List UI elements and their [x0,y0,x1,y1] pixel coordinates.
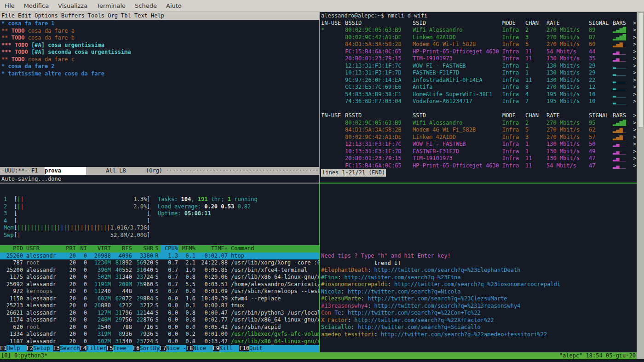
wifi-row: 12:13:31:F3:1F:7CWOW FI - FASTWEBInfra11… [321,63,637,70]
fkey-f4[interactable]: F4Filter [80,345,106,352]
org-line: *** TODO [#A] cosa urgentissima [0,42,319,49]
emacs-pane[interactable]: File Edit Options Buffers Tools Org Tbl … [0,12,319,183]
wifi-row: 12:13:31:F3:1F:7CWOW FI - FASTWEBInfra11… [321,141,637,148]
process-row[interactable]: 1187alessandr200502M3134023724S0.00.80:1… [0,338,319,345]
fkey-f1[interactable]: F1Help [0,345,27,352]
process-row[interactable]: 1150alessandr200602M6207229884S0.01.610:… [0,295,319,303]
trend-title: trend IT [321,260,637,267]
emacs-minibuffer: Auto-saving...done [0,176,61,183]
org-line: ** TODO cosa da fare c [0,56,319,63]
wifi-table-header: IN-USEBSSIDSSIDMODECHANRATESIGNALBARS> [321,112,637,120]
wifi-row: 84:D1:5A:3A:58:2BModem 4G Wi-Fi_582BInfr… [321,126,637,134]
process-row[interactable]: 972kernoops200112404480S0.70.00:01.09/us… [0,288,319,295]
fkey-f7[interactable]: F7Nice - [160,345,186,352]
wifi-row: 10:13:31:F3:1F:7DFASTWEB-F31F7DInfra1130… [321,148,637,155]
pane-border-horizontal-right[interactable] [320,183,637,184]
org-line: *** TODO [#A] seconda cosa urgentissima [0,49,319,56]
wifi-row: *80:02:9C:05:63:B9Wifi AlessandroInfra22… [321,27,637,34]
wifi-terminal-pane[interactable]: alessandro@alepc:~$ nmcli d wifiIN-USEBS… [320,12,637,183]
trend-item: Con Te: http://twitter.com/search?q=%22C… [321,310,637,317]
process-row[interactable]: 1334alessandr200319M89367936S0.00.20:01.… [0,331,319,338]
summary-line: Load average: 0.20 0.53 0.82 [158,203,258,211]
process-row[interactable]: 25213alessandr2002088042123212S0.00.10:0… [0,302,319,310]
htop-summary: Tasks: 104, 191 thr; 1 runningLoad avera… [158,196,258,218]
trend-url[interactable]: http://twitter.com/search?q=%22X+Factor%… [354,317,494,323]
fkey-f6[interactable]: F6SortBy [133,345,160,352]
pager-status-line: lines 1-21/21 (END) [321,169,637,177]
fkey-f2[interactable]: F2Setup [27,345,53,352]
meter-4: 4[0.0%] [4,218,150,225]
wifi-row: 9C:97:26:0F:14:EAInfostradaWiFi-0F14EAIn… [321,77,637,84]
process-row[interactable]: 25200alessandr200396M4055231040S0.71.00:… [0,267,319,274]
fkey-f10[interactable]: F10Quit [239,345,263,352]
wifi-row: 84:D1:5A:3A:58:2BModem 4G Wi-Fi_582BInfr… [321,41,637,48]
fkey-f3[interactable]: F3Search [53,345,80,352]
menu-modifica[interactable]: Modifica [19,2,53,9]
meter-3: 3[0.0%] [4,210,150,218]
shell-prompt: alessandro@alepc:~$ nmcli d wifi [321,12,637,20]
org-line: * cosa da fare 2 [0,63,319,70]
org-line: * tantissime altre cose da fare [0,70,319,78]
wifi-row: 10:13:31:F3:1F:7DFASTWEB-F31F7DInfra1130… [321,69,637,77]
trend-url[interactable]: http://twitter.com/search?q=%23ClezsuMar… [368,295,507,302]
buffer-name: prova [45,167,86,175]
process-row[interactable]: 787root2001230M8189256920S0.72.124:22.88… [0,259,319,267]
fkey-f5[interactable]: F5Tree [106,345,133,352]
process-row[interactable]: 1175alessandr200502M3134023724S0.70.80:2… [0,274,319,281]
menu-visualizza[interactable]: Visualizza [53,2,92,9]
trend-item: X Factor: http://twitter.com/search?q=%2… [321,317,637,324]
wifi-row: FC:15:B4:6A:0C:65HP-Print-65-Officejet 4… [321,162,637,170]
fkey-f9[interactable]: F9Kill [213,345,240,352]
htop-pane[interactable]: 1[||1.3%]2[||2.0%]3[0.0%]4[0.0%]Mem[||||… [0,184,319,353]
meter-swp: Swp[|52.8M/2.00G] [4,232,150,239]
trend-item: Sciacallo: http://twitter.com/search?q=S… [321,324,637,331]
blank-line [321,105,637,113]
wifi-table-header: IN-USEBSSIDSSIDMODECHANRATESIGNALBARS> [321,20,637,27]
meter-1: 1[||1.3%] [4,196,150,203]
summary-line: Tasks: 104, 191 thr; 1 running [158,196,258,203]
process-row[interactable]: 26621alessandr200127M3179612144S0.00.80:… [0,310,319,317]
emacs-menubar[interactable]: File Edit Options Buffers Tools Org Tbl … [0,12,319,20]
tmux-window-label[interactable]: [0] 0:python3* [1,352,47,359]
menu-file[interactable]: File [0,2,19,9]
trend-url[interactable]: http://twitter.com/search?q=%22amedeo+te… [381,331,547,338]
org-buffer[interactable]: * cosa fa fare 1** TODO cosa da fare a**… [0,20,319,77]
meter-mem: Mem[||||||||||||||||||||||||||||1.01G/3.… [4,224,150,232]
scrollbar[interactable] [637,12,644,359]
trend-url[interactable]: http://twitter.com/search?q=%22Con+Te%22 [348,310,481,316]
emacs-modeline: -UUU:**--F1 prova All L8 (Org) ---------… [0,167,319,175]
trend-url[interactable]: http://twitter.com/search?q=%23Etna [345,274,461,281]
htop-process-table: PIDUSERPRINIVIRTRESSHRSCPU%MEM%TIME+Comm… [0,245,319,345]
menu-terminale[interactable]: Terminale [92,2,130,9]
wifi-row: 74:36:6D:F7:03:04Vodafone-A61234717Infra… [321,98,637,105]
wifi-row: FC:15:B4:6A:0C:65HP-Print-65-Officejet 4… [321,48,637,56]
pane-border-vertical-top[interactable] [319,12,320,183]
trend-item: #iosonomarcocrepaldi: http://twitter.com… [321,281,637,288]
trend-url[interactable]: http://twitter.com/search?q=%2313reasons… [374,303,521,309]
twitter-pane[interactable]: Need tips ? Type "h" and hit Enter key! … [320,184,637,352]
process-row[interactable]: 1174alessandr200240M2975622876S0.00.80:0… [0,316,319,324]
scrollbar-thumb[interactable] [638,12,644,127]
pane-border-vertical-bottom[interactable] [319,183,320,352]
org-line: ** TODO cosa da fare b [0,34,319,42]
htop-meters: 1[||1.3%]2[||2.0%]3[0.0%]4[0.0%]Mem[||||… [4,196,150,239]
trend-item: #Etna: http://twitter.com/search?q=%23Et… [321,274,637,282]
process-row[interactable]: 25092alessandr2001191M208M75960S0.75.50:… [0,281,319,288]
wifi-output: alessandro@alepc:~$ nmcli d wifiIN-USEBS… [321,12,637,177]
trend-url[interactable]: http://twitter.com/search?q=Nicola [348,288,461,295]
trend-url[interactable]: http://twitter.com/search?q=Sciacallo [357,324,480,330]
trend-url[interactable]: http://twitter.com/search?q=%23ElephantD… [374,267,521,273]
trend-item: #ElephantDeath: http://twitter.com/searc… [321,267,637,274]
terminal-window: FileModificaVisualizzaTerminaleSchedeAiu… [0,0,644,362]
trend-item: #13reasonswhy4: http://twitter.com/searc… [321,303,637,310]
wifi-row: CC:32:E5:7C:69:E6AntifaInfra8270 Mbit/s1… [321,84,637,91]
menu-aiuto[interactable]: Aiuto [161,2,186,9]
trend-url[interactable]: http://twitter.com/search?q=%23iosonomar… [394,281,560,287]
pane-border-horizontal-left[interactable] [0,183,319,184]
process-row[interactable]: 620root2002540788716S0.00.00:05.42/usr/s… [0,324,319,331]
process-row[interactable]: 25260alessandr2002098840963380R1.30.10:0… [0,253,319,260]
tmux-status-bar: [0] 0:python3* "alepc" 18:54 05-giu-20 [0,352,637,359]
fkey-f8[interactable]: F8Nice + [186,345,213,352]
table-header: PIDUSERPRINIVIRTRESSHRSCPU%MEM%TIME+Comm… [0,245,319,253]
menu-schede[interactable]: Schede [130,2,161,9]
